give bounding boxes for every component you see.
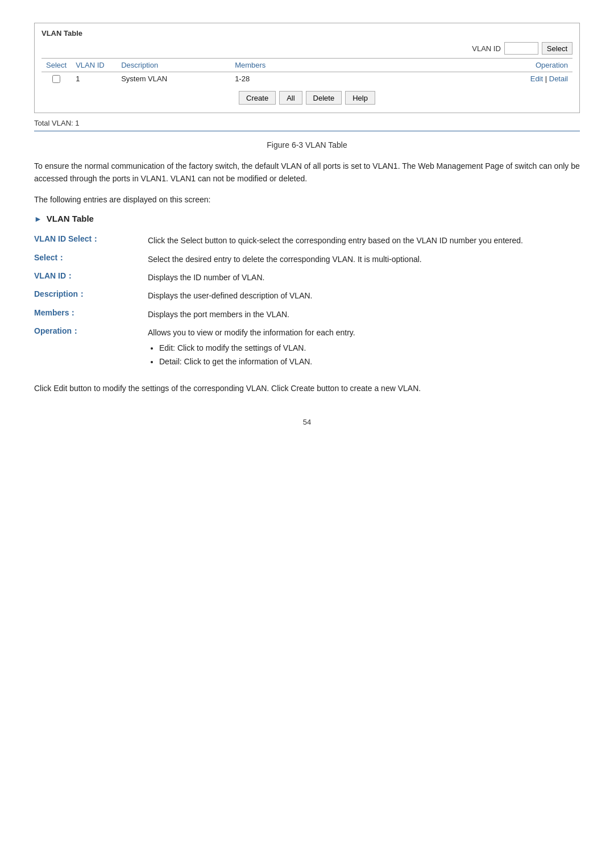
total-label: Total VLAN: 1 (34, 119, 580, 127)
row-members: 1-28 (230, 72, 504, 86)
col-header-vlan-id: VLAN ID (71, 59, 117, 72)
vlan-table-container: VLAN Table VLAN ID Select Select VLAN ID… (34, 23, 580, 113)
body-paragraph-2: The following entries are displayed on t… (34, 193, 580, 206)
table-row: 1 System VLAN 1-28 Edit | Detail (42, 72, 572, 86)
vlan-data-table: Select VLAN ID Description Members Opera… (42, 58, 572, 85)
row-vlan-id: 1 (71, 72, 117, 86)
def-desc-vlan-id-select: Click the Select button to quick-select … (148, 231, 580, 250)
def-term-members: Members： (34, 305, 148, 323)
edit-link[interactable]: Edit (530, 74, 543, 83)
def-row-select: Select： Select the desired entry to dele… (34, 250, 580, 268)
def-row-operation: Operation： Allows you to view or modify … (34, 323, 580, 372)
def-row-vlan-id-select: VLAN ID Select： Click the Select button … (34, 231, 580, 250)
bullet-edit: Edit: Click to modify the settings of VL… (159, 342, 580, 354)
col-header-members: Members (230, 59, 504, 72)
figure-caption: Figure 6-3 VLAN Table (34, 140, 580, 149)
col-header-operation: Operation (504, 59, 572, 72)
def-desc-select: Select the desired entry to delete the c… (148, 250, 580, 268)
operation-bullet-list: Edit: Click to modify the settings of VL… (148, 342, 580, 368)
def-term-description: Description： (34, 286, 148, 305)
def-desc-operation: Allows you to view or modify the informa… (148, 323, 580, 372)
col-header-select: Select (42, 59, 71, 72)
section-heading-label: VLAN Table (47, 214, 94, 223)
row-checkbox[interactable] (52, 75, 60, 83)
vlan-id-row: VLAN ID Select (42, 42, 572, 55)
body-paragraph-1: To ensure the normal communication of th… (34, 160, 580, 185)
section-divider (34, 131, 580, 131)
arrow-right-icon: ► (34, 214, 42, 223)
page-number: 54 (34, 418, 580, 426)
def-desc-members: Displays the port members in the VLAN. (148, 305, 580, 323)
section-heading: ► VLAN Table (34, 214, 580, 223)
vlan-table-title: VLAN Table (42, 29, 572, 38)
all-button[interactable]: All (279, 91, 302, 105)
vlan-id-select-button[interactable]: Select (542, 42, 572, 55)
vlan-id-label: VLAN ID (472, 44, 501, 53)
def-term-operation: Operation： (34, 323, 148, 372)
row-description: System VLAN (117, 72, 230, 86)
footer-text: Click Edit button to modify the settings… (34, 382, 580, 394)
help-button[interactable]: Help (345, 91, 375, 105)
def-row-vlan-id: VLAN ID： Displays the ID number of VLAN. (34, 268, 580, 286)
delete-button[interactable]: Delete (306, 91, 342, 105)
bullet-detail: Detail: Click to get the information of … (159, 355, 580, 368)
create-button[interactable]: Create (239, 91, 276, 105)
action-row: Create All Delete Help (42, 91, 572, 105)
op-separator: | (545, 74, 549, 83)
definition-table: VLAN ID Select： Click the Select button … (34, 231, 580, 372)
row-select-cell (42, 72, 71, 86)
def-term-vlan-id: VLAN ID： (34, 268, 148, 286)
def-term-vlan-id-select: VLAN ID Select： (34, 231, 148, 250)
def-row-description: Description： Displays the user-defined d… (34, 286, 580, 305)
row-operation: Edit | Detail (504, 72, 572, 86)
vlan-id-input[interactable] (504, 42, 538, 55)
def-desc-description: Displays the user-defined description of… (148, 286, 580, 305)
def-desc-vlan-id: Displays the ID number of VLAN. (148, 268, 580, 286)
def-term-select: Select： (34, 250, 148, 268)
detail-link[interactable]: Detail (549, 74, 568, 83)
def-row-members: Members： Displays the port members in th… (34, 305, 580, 323)
col-header-description: Description (117, 59, 230, 72)
